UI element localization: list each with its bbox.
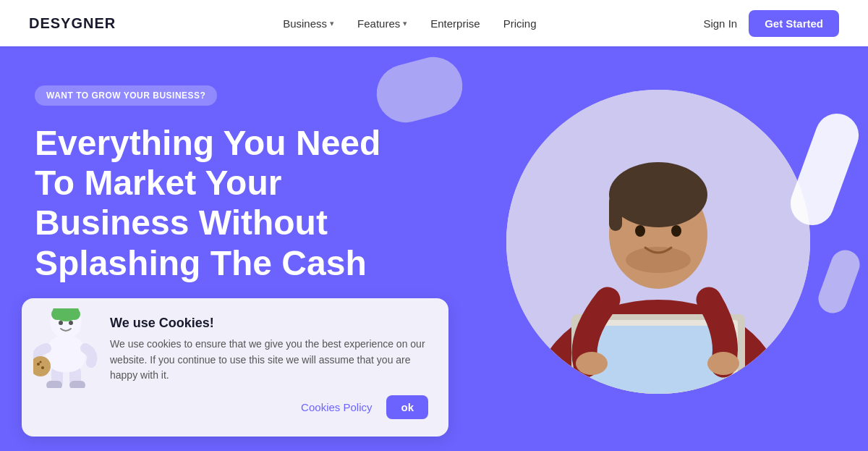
nav-pricing[interactable]: Pricing [503,17,537,30]
svg-rect-18 [46,336,85,372]
cookie-description: We use cookies to ensure that we give yo… [110,337,428,384]
svg-point-27 [69,308,80,320]
svg-point-12 [576,352,608,375]
svg-point-13 [707,352,739,375]
logo[interactable]: DESYGNER [29,15,116,32]
hero-image-circle [506,90,810,394]
svg-point-8 [671,225,681,237]
cookie-banner: We use Cookies! We use cookies to ensure… [22,298,448,437]
mascot-illustration [33,308,98,388]
svg-point-26 [51,308,63,320]
cookie-actions: Cookies Policy ok [110,395,428,419]
svg-point-7 [635,225,645,237]
nav-enterprise[interactable]: Enterprise [430,17,480,30]
get-started-button[interactable]: Get Started [749,10,839,37]
svg-rect-5 [609,195,622,231]
chevron-down-icon: ▾ [330,19,334,28]
svg-point-21 [41,366,44,369]
decorative-pill-white [784,108,864,232]
svg-point-4 [609,162,707,227]
cookie-text-area: We use Cookies! We use cookies to ensure… [110,316,428,419]
cookies-policy-link[interactable]: Cookies Policy [301,401,372,413]
navbar: DESYGNER Business ▾ Features ▾ Enterpris… [0,0,868,46]
cookie-mascot [33,308,98,388]
cookie-title: We use Cookies! [110,316,428,331]
sign-in-button[interactable]: Sign In [703,17,737,30]
nav-business-label: Business [283,17,327,30]
hero-title: Everything You Need To Market Your Busin… [35,123,414,283]
svg-rect-17 [69,381,85,388]
hero-image-area [448,46,868,451]
hero-illustration [506,90,810,394]
svg-point-20 [37,363,40,366]
nav-enterprise-label: Enterprise [430,17,480,30]
svg-point-6 [626,247,691,273]
nav-features-label: Features [357,17,400,30]
svg-rect-16 [46,381,62,388]
nav-actions: Sign In Get Started [703,10,839,37]
svg-point-28 [59,321,63,325]
chevron-down-icon: ▾ [403,19,407,28]
decorative-pill-lavender [814,246,864,317]
nav-pricing-label: Pricing [503,17,537,30]
svg-point-29 [69,321,73,325]
hero-badge: WANT TO GROW YOUR BUSINESS? [35,85,217,106]
ok-button[interactable]: ok [386,395,428,419]
nav-business[interactable]: Business ▾ [283,17,334,30]
hero-section: WANT TO GROW YOUR BUSINESS? Everything Y… [0,46,868,451]
nav-features[interactable]: Features ▾ [357,17,407,30]
svg-point-22 [40,361,42,363]
nav-links: Business ▾ Features ▾ Enterprise Pricing [283,17,536,30]
